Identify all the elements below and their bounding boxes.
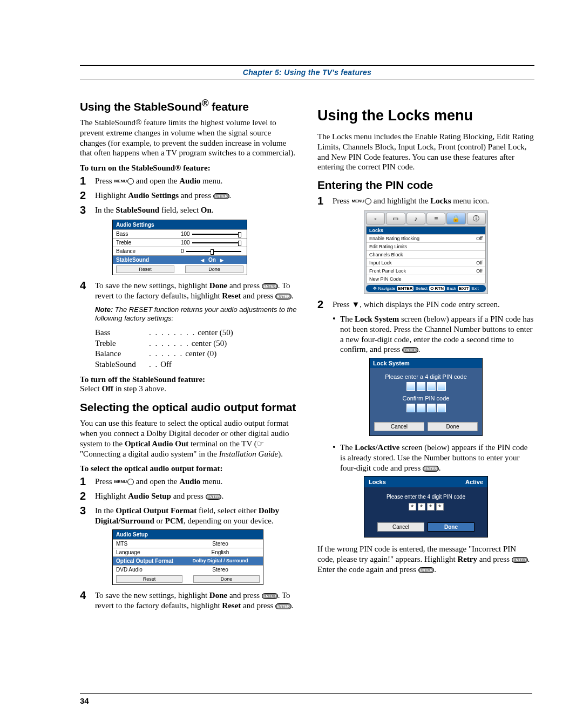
- reset-button: Reset: [116, 575, 182, 583]
- locks-panel-header: Locks: [367, 227, 485, 234]
- active-enter-pin-label: Please enter the 4 digit PIN code: [369, 494, 483, 500]
- reset-button: Reset: [116, 266, 174, 273]
- tab-icon: ♪: [406, 213, 425, 224]
- tab-icon: ⓘ: [467, 213, 486, 224]
- confirm-pin-label: Confirm PIN code: [374, 395, 478, 402]
- row-dvd-audio: DVD AudioStereo: [113, 565, 263, 574]
- factory-defaults: Bass. . . . . . . .center (50) Treble. .…: [95, 328, 297, 370]
- turn-on-label: To turn on the StableSound® feature:: [80, 164, 297, 173]
- tab-icon: ▫: [366, 213, 385, 224]
- row-stablesound: StableSoundOn: [113, 255, 247, 264]
- enter-icon: ENTER: [213, 193, 229, 199]
- enter-icon: ENTER: [402, 347, 418, 353]
- opt-step-4: 4 To save the new settings, highlight Do…: [80, 590, 297, 611]
- audio-setup-header: Audio Setup: [113, 530, 263, 539]
- bullet-locks-active: • The Locks/Active screen (below) appear…: [333, 443, 534, 473]
- turn-off-label: To turn off the StableSound feature:: [80, 375, 297, 384]
- row-optical-output: Optical Output FormatDolby Digital / Sur…: [113, 556, 263, 565]
- enter-pin-label: Please enter a 4 digit PIN code: [374, 373, 478, 380]
- audio-settings-screenshot: Audio Settings Bass100 Treble100 Balance…: [112, 220, 247, 275]
- enter-icon: ENTER: [275, 603, 292, 609]
- enter-icon: ENTER: [512, 557, 528, 563]
- row-bass: Bass100: [113, 229, 247, 238]
- menu-icon: MENU: [351, 199, 371, 203]
- chapter-title: Chapter 5: Using the TV's features: [243, 68, 371, 77]
- lock-system-header: Lock System: [370, 358, 482, 368]
- heading-stablesound: Using the StableSound® feature: [80, 98, 297, 113]
- left-column: Using the StableSound® feature The Stabl…: [80, 98, 297, 614]
- opt-step-3: 3 In the Optical Output Format field, se…: [80, 506, 297, 526]
- step-4: 4 To save the new settings, highlight Do…: [80, 281, 297, 301]
- row-input-lock: Input LockOff: [367, 258, 485, 267]
- step-1: 1 Press MENU and open the Audio menu.: [80, 176, 297, 187]
- stablesound-intro: The StableSound® feature limits the high…: [80, 118, 297, 158]
- lock-system-screenshot: Lock System Please enter a 4 digit PIN c…: [369, 358, 483, 436]
- heading-optical: Selecting the optical audio output forma…: [80, 401, 297, 414]
- enter-icon: ENTER: [418, 567, 435, 573]
- pin-step-1: 1 Press MENU and highlight the Locks men…: [317, 196, 534, 207]
- reset-note: Note: The RESET function returns your au…: [95, 305, 297, 324]
- row-front-panel-lock: Front Panel LockOff: [367, 267, 485, 275]
- step-2: 2 Highlight Audio Settings and press ENT…: [80, 190, 297, 202]
- nav-bar: ✥ Navigate ENTER Select O RTN Back EXIT …: [366, 285, 486, 292]
- audio-setup-screenshot: Audio Setup MTSStereo LanguageEnglish Op…: [112, 529, 263, 585]
- row-treble: Treble100: [113, 238, 247, 247]
- row-mts: MTSStereo: [113, 539, 263, 548]
- enter-icon: ENTER: [423, 466, 439, 472]
- optical-intro: You can use this feature to select the o…: [80, 418, 297, 459]
- heading-pin: Entering the PIN code: [317, 179, 534, 192]
- row-channels-block: Channels Block: [367, 250, 485, 258]
- opt-step-2: 2 Highlight Audio Setup and press ENTER.: [80, 491, 297, 502]
- tab-icon: ▭: [386, 213, 405, 224]
- row-balance: Balance0: [113, 247, 247, 255]
- locks-menu-screenshot: ▫ ▭ ♪ ≡ 🔒 ⓘ Locks Enable Rating Blocking…: [364, 210, 488, 294]
- page-number: 34: [80, 693, 532, 705]
- enter-icon: ENTER: [275, 294, 292, 300]
- enter-icon: ENTER: [262, 593, 278, 599]
- opt-to-label: To select the optical audio output forma…: [80, 464, 297, 473]
- row-enable-rating: Enable Rating BlockingOff: [367, 234, 485, 242]
- locks-active-screenshot: LocksActive Please enter the 4 digit PIN…: [364, 476, 488, 538]
- done-button: Done: [428, 522, 474, 532]
- enter-icon: ENTER: [262, 283, 278, 289]
- menu-icon: MENU: [114, 479, 134, 484]
- done-button: Done: [185, 266, 243, 273]
- row-edit-limits: Edit Rating Limits: [367, 242, 485, 250]
- step-3: 3 In the StableSound field, select On.: [80, 205, 297, 216]
- bullet-lock-system: • The Lock System screen (below) appears…: [333, 314, 534, 355]
- opt-step-1: 1 Press MENU and open the Audio menu.: [80, 477, 297, 488]
- menu-icon: MENU: [114, 179, 134, 183]
- active-label: Active: [465, 479, 483, 485]
- pin-fields: [374, 382, 478, 391]
- heading-locks-menu: Using the Locks menu: [317, 107, 534, 124]
- wrong-pin-note: If the wrong PIN code is entered, the me…: [317, 544, 534, 574]
- cancel-button: Cancel: [374, 422, 424, 431]
- enter-icon: ENTER: [206, 494, 222, 500]
- locks-intro: The Locks menu includes the Enable Ratin…: [317, 132, 534, 172]
- chapter-header: Chapter 5: Using the TV's features: [80, 65, 534, 79]
- tab-icon: ≡: [426, 213, 445, 224]
- done-button: Done: [193, 575, 260, 583]
- tab-locks-icon: 🔒: [446, 213, 465, 224]
- done-button: Done: [428, 422, 478, 431]
- locks-label: Locks: [369, 479, 386, 485]
- pin-step-2: 2 Press ▼, which displays the PIN code e…: [317, 300, 534, 311]
- right-column: Using the Locks menu The Locks menu incl…: [317, 98, 534, 614]
- row-new-pin: New PIN Code: [367, 275, 485, 283]
- turn-off-body: Select Off in step 3 above.: [80, 384, 297, 393]
- row-language: LanguageEnglish: [113, 548, 263, 556]
- cancel-button: Cancel: [377, 522, 424, 532]
- active-pin-fields: ★ ★ ★ ★: [369, 503, 483, 511]
- pin-confirm-fields: [374, 404, 478, 412]
- audio-settings-header: Audio Settings: [113, 220, 247, 229]
